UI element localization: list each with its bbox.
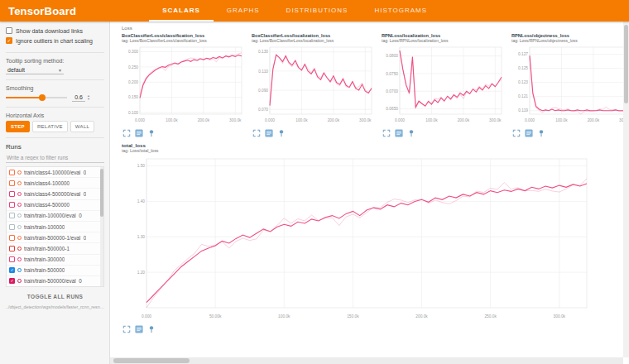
vertical-scrollbar[interactable] bbox=[623, 22, 629, 357]
svg-text:0.000: 0.000 bbox=[265, 118, 275, 122]
run-color-swatch-icon bbox=[17, 192, 22, 196]
expand-chart-icon[interactable] bbox=[252, 128, 261, 137]
chart-tag: tag: Loss/total_loss bbox=[122, 148, 597, 153]
run-checkbox[interactable] bbox=[9, 224, 15, 230]
run-checkbox[interactable] bbox=[9, 170, 15, 175]
tab-scalars[interactable]: SCALARS bbox=[149, 0, 214, 22]
run-checkbox[interactable] bbox=[9, 213, 15, 218]
run-checkbox[interactable] bbox=[9, 202, 15, 208]
smoothing-slider[interactable] bbox=[6, 93, 67, 102]
svg-text:0.119: 0.119 bbox=[518, 108, 528, 113]
svg-text:0.000: 0.000 bbox=[135, 118, 145, 122]
expand-chart-icon[interactable] bbox=[122, 128, 131, 137]
line-chart-plot[interactable]: 0.1300.1100.0900.0700.000100.0k200.0k300… bbox=[252, 44, 376, 123]
run-checkbox[interactable] bbox=[9, 235, 15, 241]
expand-chart-icon[interactable] bbox=[122, 324, 131, 333]
expand-chart-icon[interactable] bbox=[382, 128, 391, 137]
axis-wall-button[interactable]: WALL bbox=[70, 121, 94, 132]
slider-fill bbox=[6, 97, 42, 98]
line-chart-plot[interactable]: 0.3000.2500.2000.1500.1000.000100.0k200.… bbox=[122, 44, 246, 123]
pin-chart-icon[interactable] bbox=[146, 128, 156, 137]
svg-text:0.121: 0.121 bbox=[518, 94, 528, 98]
line-chart-plot[interactable]: 1.501.401.301.200.00050.00k100.0k150.0k2… bbox=[122, 154, 595, 319]
chart-options-icon[interactable] bbox=[394, 128, 403, 137]
run-list-item[interactable]: ✓train/train-500000/eval_0 bbox=[7, 276, 103, 287]
run-list-item[interactable]: train/train-300000 bbox=[7, 255, 103, 266]
horizontal-scroll-thumb[interactable] bbox=[113, 358, 190, 363]
checkbox-icon[interactable] bbox=[6, 27, 12, 34]
checkbox-label: Show data download links bbox=[16, 28, 83, 34]
run-list: train/class4-100000/eval_0train/class4-1… bbox=[6, 166, 104, 287]
svg-text:0.000: 0.000 bbox=[525, 118, 535, 122]
run-list-item[interactable]: train/train-100000/eval_0 bbox=[7, 211, 103, 222]
svg-text:0.100: 0.100 bbox=[128, 111, 138, 115]
chart-tag: tag: Loss/BoxClassifierLoss/localization… bbox=[252, 38, 376, 43]
tab-distributions[interactable]: DISTRIBUTIONS bbox=[273, 0, 362, 22]
run-list-item[interactable]: train/class4-100000 bbox=[7, 178, 103, 189]
run-checkbox[interactable] bbox=[9, 191, 15, 197]
run-name: train/class4-500000/eval_0 bbox=[24, 191, 86, 197]
horizontal-axis-label: Horizontal Axis bbox=[6, 113, 104, 118]
chart-card: total_losstag: Loss/total_loss1.501.401.… bbox=[122, 142, 597, 333]
run-list-item[interactable]: train/train-500000-1 bbox=[7, 243, 103, 254]
expand-chart-icon[interactable] bbox=[511, 128, 521, 137]
chart-options-icon[interactable] bbox=[134, 324, 143, 333]
tab-histograms[interactable]: HISTOGRAMS bbox=[361, 0, 440, 22]
chart-toolbar bbox=[122, 324, 597, 333]
chart-options-icon[interactable] bbox=[264, 128, 273, 137]
run-checkbox[interactable] bbox=[9, 180, 15, 186]
runs-log-path: ../object_detection/wgs/models/faster_rc… bbox=[6, 304, 104, 309]
run-color-swatch-icon bbox=[17, 213, 22, 218]
run-list-item[interactable]: train/class4-500000 bbox=[7, 200, 103, 211]
run-list-scrollbar[interactable] bbox=[100, 167, 103, 286]
settings-sidebar: Show data download links ✓ Ignore outlie… bbox=[0, 22, 110, 364]
pin-chart-icon[interactable] bbox=[536, 128, 545, 137]
run-list-item[interactable]: ✓train/train-500000 bbox=[7, 266, 103, 276]
smoothing-spinner[interactable]: ▲▼ bbox=[87, 94, 90, 101]
run-checkbox-checked[interactable]: ✓ bbox=[9, 278, 15, 284]
checkbox-checked-icon[interactable]: ✓ bbox=[6, 37, 12, 44]
chart-options-icon[interactable] bbox=[524, 128, 533, 137]
chart-card: RPNLoss/localization_losstag: Loss/RPNLo… bbox=[382, 33, 506, 137]
show-download-links-checkbox[interactable]: Show data download links bbox=[6, 27, 104, 34]
run-checkbox-checked[interactable]: ✓ bbox=[9, 267, 15, 273]
line-chart-plot[interactable]: 0.1270.1250.1230.1210.1190.000100.0k200.… bbox=[511, 44, 623, 123]
spinner-down-icon[interactable]: ▼ bbox=[87, 98, 90, 101]
slider-thumb[interactable] bbox=[39, 94, 46, 101]
svg-text:0.0800: 0.0800 bbox=[386, 54, 398, 58]
horizontal-axis-buttons: STEP RELATIVE WALL bbox=[6, 121, 104, 132]
pin-chart-icon[interactable] bbox=[406, 128, 415, 137]
axis-relative-button[interactable]: RELATIVE bbox=[32, 121, 68, 132]
run-list-item[interactable]: train/class4-100000/eval_0 bbox=[7, 167, 103, 178]
run-list-item[interactable]: train/class4-500000/eval_0 bbox=[7, 189, 103, 199]
svg-text:200.0k: 200.0k bbox=[198, 118, 210, 122]
run-checkbox[interactable] bbox=[9, 246, 15, 251]
chart-toolbar bbox=[122, 128, 246, 137]
svg-text:1.30: 1.30 bbox=[137, 235, 146, 239]
ignore-outliers-checkbox[interactable]: ✓ Ignore outliers in chart scaling bbox=[6, 37, 104, 44]
axis-step-button[interactable]: STEP bbox=[6, 121, 30, 132]
pin-chart-icon[interactable] bbox=[276, 128, 286, 137]
toggle-all-runs-button[interactable]: TOGGLE ALL RUNS bbox=[6, 291, 104, 302]
run-color-swatch-icon bbox=[17, 268, 22, 272]
run-list-item[interactable]: train/train-100000 bbox=[7, 222, 103, 232]
run-color-swatch-icon bbox=[17, 181, 22, 185]
horizontal-scrollbar[interactable] bbox=[110, 357, 623, 364]
tooltip-sort-dropdown[interactable]: default ▼ bbox=[6, 66, 64, 74]
run-list-scroll-thumb[interactable] bbox=[100, 169, 103, 217]
vertical-scroll-thumb[interactable] bbox=[624, 25, 628, 103]
run-checkbox[interactable] bbox=[9, 256, 15, 262]
smoothing-value-input[interactable]: 0.6 bbox=[72, 94, 85, 102]
line-chart-plot[interactable]: 0.08000.07500.07000.06500.000100.0k200.0… bbox=[382, 44, 506, 123]
svg-text:0.150: 0.150 bbox=[128, 95, 138, 99]
svg-text:0.090: 0.090 bbox=[258, 89, 268, 93]
run-list-item[interactable]: train/train-500000-1/eval_0 bbox=[7, 232, 103, 243]
svg-text:0.0750: 0.0750 bbox=[386, 72, 398, 76]
svg-text:1.40: 1.40 bbox=[137, 199, 146, 204]
chart-title: total_loss bbox=[122, 142, 597, 148]
pin-chart-icon[interactable] bbox=[146, 324, 156, 333]
runs-filter-input[interactable] bbox=[6, 153, 104, 163]
tab-graphs[interactable]: GRAPHS bbox=[214, 0, 273, 22]
chart-options-icon[interactable] bbox=[134, 128, 143, 137]
svg-text:0.125: 0.125 bbox=[518, 66, 528, 70]
